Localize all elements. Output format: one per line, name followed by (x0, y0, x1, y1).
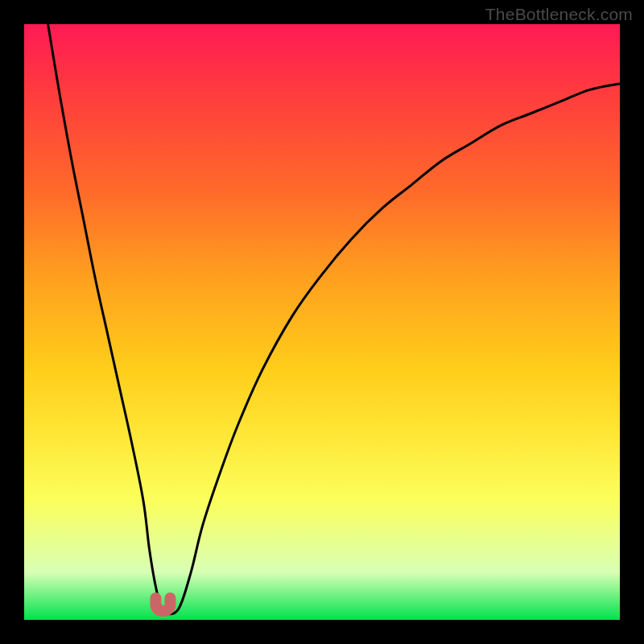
plot-area (24, 24, 620, 620)
curve-layer (24, 24, 620, 620)
watermark-label: TheBottleneck.com (485, 5, 633, 24)
bottleneck-curve (48, 24, 620, 614)
chart-frame: TheBottleneck.com (0, 0, 644, 644)
optimal-marker (155, 598, 170, 611)
